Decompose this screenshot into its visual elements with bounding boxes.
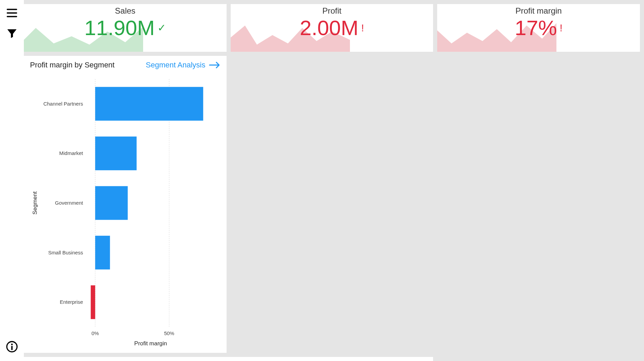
svg-point-1 [11, 344, 13, 345]
svg-text:Segment: Segment [32, 191, 38, 215]
svg-rect-2 [11, 346, 13, 350]
arrow-right-icon [209, 61, 220, 69]
svg-rect-30 [95, 87, 203, 121]
svg-text:Channel Partners: Channel Partners [43, 101, 83, 107]
svg-text:Profit margin: Profit margin [134, 340, 167, 347]
kpi-sales-value: 11.90M✓ [84, 16, 166, 40]
svg-rect-36 [95, 236, 110, 269]
svg-text:Government: Government [55, 200, 83, 206]
svg-text:50%: 50% [164, 330, 174, 336]
filter-icon[interactable] [6, 27, 18, 41]
kpi-margin-title: Profit margin [516, 6, 562, 16]
kpi-margin[interactable]: Profit margin 17%! [437, 4, 640, 52]
warning-icon: ! [361, 22, 364, 34]
segment-analysis-link[interactable]: Segment Analysis [146, 61, 220, 69]
svg-text:Enterprise: Enterprise [60, 299, 83, 305]
kpi-profit-title: Profit [322, 6, 341, 16]
check-icon: ✓ [157, 22, 166, 34]
segment-chart-title: Profit margin by Segment [30, 61, 114, 69]
svg-rect-38 [91, 285, 95, 319]
kpi-sales[interactable]: Sales 11.90M✓ [24, 4, 227, 52]
hamburger-icon[interactable] [6, 7, 18, 20]
kpi-sales-title: Sales [115, 6, 135, 16]
info-icon[interactable] [6, 341, 18, 354]
warning-icon: ! [560, 22, 563, 34]
kpi-profit[interactable]: Profit 2.00M! [231, 4, 433, 52]
main-grid: Sales 11.90M✓ Profit 2.00M! Profit margi… [24, 0, 644, 361]
segment-chart-card[interactable]: Profit margin by Segment Segment Analysi… [24, 56, 227, 353]
svg-text:Midmarket: Midmarket [59, 150, 83, 156]
sidebar [0, 0, 24, 361]
svg-text:Small Business: Small Business [48, 250, 83, 255]
line-chart-card[interactable]: Sales and Profit Margin for: All Segment… [24, 357, 433, 361]
svg-text:0%: 0% [91, 330, 99, 336]
segment-chart-svg: 0%50%Channel PartnersMidmarketGovernment… [30, 69, 220, 350]
svg-rect-34 [95, 186, 128, 220]
kpi-margin-value: 17%! [515, 16, 562, 40]
kpi-profit-value: 2.00M! [300, 16, 364, 40]
svg-rect-32 [95, 137, 137, 170]
